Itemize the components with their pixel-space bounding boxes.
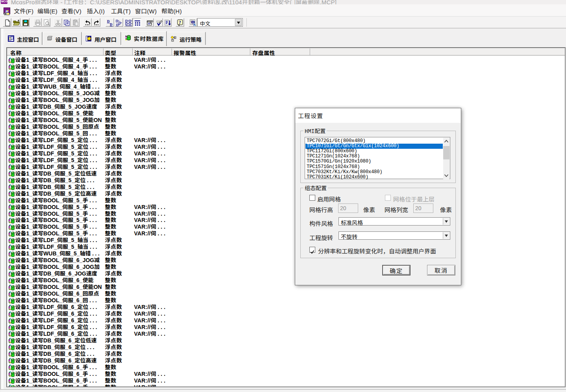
svg-text:?: ? <box>179 20 181 25</box>
svg-text:A: A <box>193 22 196 26</box>
svg-text:D: D <box>107 19 110 23</box>
svg-text:D: D <box>110 22 113 26</box>
